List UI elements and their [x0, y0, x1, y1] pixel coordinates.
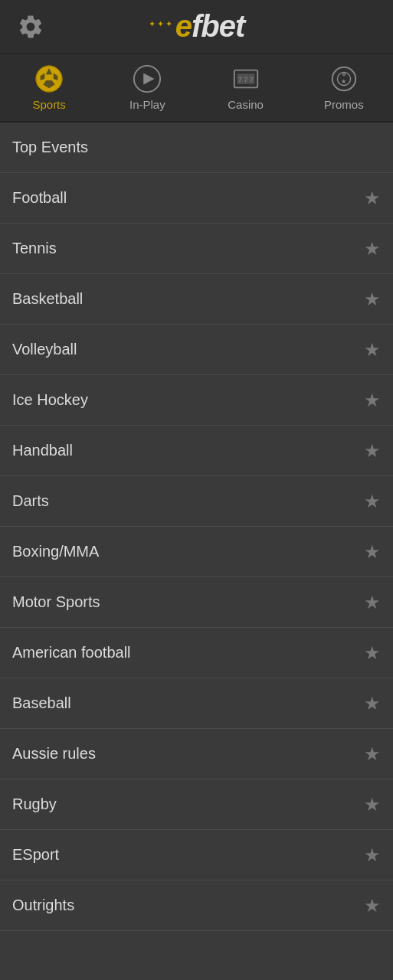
tennis-label: Tennis — [12, 240, 57, 257]
svg-point-19 — [342, 72, 346, 76]
list-item-volleyball[interactable]: Volleyball ★ — [0, 325, 393, 375]
motor-sports-star-icon[interactable]: ★ — [364, 592, 381, 613]
list-item-outrights[interactable]: Outrights ★ — [0, 880, 393, 931]
sports-list: Top Events Football ★ Tennis ★ Basketbal… — [0, 122, 393, 931]
tab-inplay[interactable]: In-Play — [98, 54, 196, 121]
football-label: Football — [12, 189, 67, 207]
outrights-star-icon[interactable]: ★ — [364, 895, 381, 916]
football-star-icon[interactable]: ★ — [364, 188, 381, 209]
american-football-label: American football — [12, 644, 131, 662]
list-item-aussie-rules[interactable]: Aussie rules ★ — [0, 729, 393, 779]
casino-tab-icon: 7 7 7 — [231, 64, 260, 93]
volleyball-label: Volleyball — [12, 341, 77, 358]
handball-star-icon[interactable]: ★ — [364, 440, 381, 462]
darts-star-icon[interactable]: ★ — [364, 491, 381, 512]
list-item-football[interactable]: Football ★ — [0, 173, 393, 224]
tab-casino[interactable]: 7 7 7 Casino — [197, 54, 295, 121]
app-header: ✦✦✦ efbet — [0, 0, 393, 54]
list-item-top-events[interactable]: Top Events — [0, 122, 393, 173]
handball-label: Handball — [12, 442, 73, 459]
list-item-ice-hockey[interactable]: Ice Hockey ★ — [0, 375, 393, 426]
esport-label: ESport — [12, 846, 59, 864]
promos-tab-label: Promos — [324, 98, 364, 111]
boxing-mma-label: Boxing/MMA — [12, 543, 99, 560]
ice-hockey-label: Ice Hockey — [12, 391, 88, 409]
svg-marker-9 — [144, 73, 155, 84]
basketball-star-icon[interactable]: ★ — [364, 289, 381, 310]
volleyball-star-icon[interactable]: ★ — [364, 339, 381, 361]
list-item-american-football[interactable]: American football ★ — [0, 628, 393, 678]
american-football-star-icon[interactable]: ★ — [364, 642, 381, 664]
inplay-tab-label: In-Play — [129, 98, 165, 111]
sports-tab-icon — [34, 64, 64, 93]
basketball-label: Basketball — [12, 290, 83, 308]
casino-tab-label: Casino — [228, 98, 264, 111]
rugby-star-icon[interactable]: ★ — [364, 794, 381, 815]
svg-text:7: 7 — [244, 74, 247, 83]
promos-tab-icon: ★ — [329, 64, 359, 93]
nav-tabs: Sports In-Play 7 7 7 Casino — [0, 54, 393, 122]
list-item-handball[interactable]: Handball ★ — [0, 426, 393, 476]
svg-text:7: 7 — [237, 74, 241, 83]
outrights-label: Outrights — [12, 897, 74, 914]
ice-hockey-star-icon[interactable]: ★ — [364, 390, 381, 411]
baseball-star-icon[interactable]: ★ — [364, 693, 381, 714]
darts-label: Darts — [12, 492, 49, 510]
svg-text:★: ★ — [341, 77, 346, 84]
aussie-rules-label: Aussie rules — [12, 745, 96, 763]
tab-sports[interactable]: Sports — [0, 54, 98, 121]
list-item-darts[interactable]: Darts ★ — [0, 476, 393, 527]
list-item-motor-sports[interactable]: Motor Sports ★ — [0, 577, 393, 628]
app-logo: ✦✦✦ efbet — [149, 9, 245, 44]
sports-tab-label: Sports — [32, 98, 65, 111]
list-item-rugby[interactable]: Rugby ★ — [0, 779, 393, 830]
list-item-esport[interactable]: ESport ★ — [0, 830, 393, 880]
svg-text:7: 7 — [249, 74, 253, 83]
aussie-rules-star-icon[interactable]: ★ — [364, 743, 381, 765]
esport-star-icon[interactable]: ★ — [364, 844, 381, 866]
tennis-star-icon[interactable]: ★ — [364, 238, 381, 260]
list-item-tennis[interactable]: Tennis ★ — [0, 224, 393, 274]
logo-text: efbet — [175, 9, 245, 44]
rugby-label: Rugby — [12, 795, 57, 813]
baseball-label: Baseball — [12, 694, 71, 712]
list-item-boxing-mma[interactable]: Boxing/MMA ★ — [0, 527, 393, 577]
list-item-baseball[interactable]: Baseball ★ — [0, 678, 393, 729]
list-item-basketball[interactable]: Basketball ★ — [0, 274, 393, 325]
top-events-label: Top Events — [12, 139, 88, 156]
tab-promos[interactable]: ★ Promos — [295, 54, 393, 121]
boxing-mma-star-icon[interactable]: ★ — [364, 541, 381, 563]
gear-button[interactable] — [15, 11, 46, 42]
inplay-tab-icon — [133, 64, 162, 93]
motor-sports-label: Motor Sports — [12, 593, 100, 611]
logo-stars: ✦✦✦ — [149, 20, 174, 28]
